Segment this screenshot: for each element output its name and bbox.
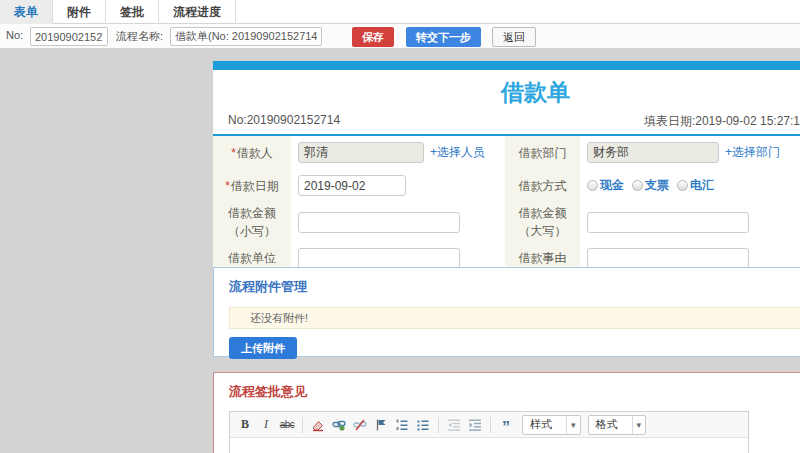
page: { "tabs": [ { "label": "表单", "active": t… bbox=[0, 0, 800, 453]
tab-bar: 表单 附件 签批 流程进度 bbox=[0, 0, 800, 24]
upload-attachment-button[interactable]: 上传附件 bbox=[229, 337, 297, 359]
command-bar: No: 流程名称: 保存 转交下一步 返回 bbox=[0, 24, 800, 49]
outdent-icon bbox=[447, 418, 461, 432]
department-input[interactable] bbox=[587, 142, 719, 163]
amount-small-label: 借款金额（小写） bbox=[213, 202, 291, 242]
loan-method-label: 借款方式 bbox=[505, 169, 580, 202]
outdent-button[interactable] bbox=[445, 416, 463, 434]
form-grid: *借款人 +选择人员 借款部门 +选择部门 *借款日期 借款方式 现金 bbox=[213, 136, 800, 274]
form-no-text: No:20190902152714 bbox=[228, 113, 340, 130]
no-attachment-alert: 还没有附件! bbox=[229, 307, 800, 329]
loan-date-field bbox=[291, 169, 505, 202]
back-button[interactable]: 返回 bbox=[492, 27, 536, 47]
bold-button[interactable]: B bbox=[236, 416, 254, 434]
save-button[interactable]: 保存 bbox=[352, 27, 394, 47]
remove-format-button[interactable] bbox=[309, 416, 327, 434]
indent-button[interactable] bbox=[466, 416, 484, 434]
department-field: +选择部门 bbox=[580, 136, 800, 169]
loan-date-input[interactable] bbox=[298, 175, 406, 196]
approval-title: 流程签批意见 bbox=[229, 383, 800, 401]
choose-person-link[interactable]: +选择人员 bbox=[430, 144, 485, 161]
chevron-down-icon: ▾ bbox=[566, 416, 580, 434]
styles-dropdown[interactable]: 样式 ▾ bbox=[522, 415, 581, 435]
amount-small-input[interactable] bbox=[298, 212, 460, 233]
attachment-title: 流程附件管理 bbox=[229, 278, 800, 296]
amount-small-field bbox=[291, 202, 505, 242]
indent-icon bbox=[468, 418, 482, 432]
flag-icon bbox=[374, 418, 388, 432]
unordered-list-button[interactable] bbox=[414, 416, 432, 434]
panel-top-bar bbox=[213, 61, 800, 70]
loan-date-label: *借款日期 bbox=[213, 169, 291, 202]
blockquote-button[interactable]: ” bbox=[497, 416, 515, 434]
amount-big-input[interactable] bbox=[587, 212, 749, 233]
ordered-list-icon bbox=[395, 418, 409, 432]
borrower-input[interactable] bbox=[298, 142, 424, 163]
form-meta-row: No:20190902152714 填表日期:2019-09-02 15:27:… bbox=[213, 110, 800, 134]
amount-big-field bbox=[580, 202, 800, 242]
loan-unit-input[interactable] bbox=[298, 248, 460, 269]
strikethrough-button[interactable]: abc bbox=[278, 416, 296, 434]
toolbar-separator bbox=[302, 417, 303, 433]
anchor-button[interactable] bbox=[372, 416, 390, 434]
format-dropdown[interactable]: 格式 ▾ bbox=[588, 415, 647, 435]
amount-big-label: 借款金额（大写） bbox=[505, 202, 580, 242]
tab-attachment[interactable]: 附件 bbox=[53, 0, 106, 24]
editor-toolbar: B I abc bbox=[230, 412, 748, 438]
radio-check[interactable]: 支票 bbox=[632, 177, 669, 194]
radio-cash[interactable]: 现金 bbox=[587, 177, 624, 194]
eraser-icon bbox=[311, 418, 325, 432]
radio-unchecked-icon[interactable] bbox=[587, 180, 598, 191]
radio-unchecked-icon[interactable] bbox=[677, 180, 688, 191]
form-title: 借款单 bbox=[213, 70, 800, 110]
radio-wire[interactable]: 电汇 bbox=[677, 177, 714, 194]
process-name-input[interactable] bbox=[170, 27, 322, 46]
ordered-list-button[interactable] bbox=[393, 416, 411, 434]
required-mark: * bbox=[231, 146, 236, 160]
tab-progress[interactable]: 流程进度 bbox=[159, 0, 236, 24]
required-mark: * bbox=[225, 179, 230, 193]
italic-button[interactable]: I bbox=[257, 416, 275, 434]
choose-department-link[interactable]: +选择部门 bbox=[725, 144, 780, 161]
next-step-button[interactable]: 转交下一步 bbox=[406, 27, 481, 47]
unordered-list-icon bbox=[416, 418, 430, 432]
loan-reason-input[interactable] bbox=[587, 248, 749, 269]
toolbar-separator bbox=[438, 417, 439, 433]
no-input[interactable] bbox=[30, 27, 108, 46]
rich-text-editor: B I abc bbox=[229, 411, 749, 453]
department-label: 借款部门 bbox=[505, 136, 580, 169]
tab-approval[interactable]: 签批 bbox=[106, 0, 159, 24]
loan-method-field: 现金 支票 电汇 bbox=[580, 169, 800, 202]
loan-form-panel: 借款单 No:20190902152714 填表日期:2019-09-02 15… bbox=[213, 61, 800, 279]
editor-content-area[interactable] bbox=[230, 438, 748, 453]
borrower-label: *借款人 bbox=[213, 136, 291, 169]
loan-method-radio-group: 现金 支票 电汇 bbox=[587, 177, 714, 194]
toolbar-separator bbox=[490, 417, 491, 433]
unlink-icon bbox=[353, 418, 367, 432]
no-label: No: bbox=[6, 29, 23, 41]
link-icon bbox=[332, 418, 346, 432]
process-name-label: 流程名称: bbox=[116, 29, 163, 44]
unlink-button[interactable] bbox=[351, 416, 369, 434]
form-date-text: 填表日期:2019-09-02 15:27:1 bbox=[644, 113, 800, 130]
tab-form[interactable]: 表单 bbox=[0, 0, 53, 24]
chevron-down-icon: ▾ bbox=[632, 416, 646, 434]
link-button[interactable] bbox=[330, 416, 348, 434]
approval-panel: 流程签批意见 B I abc bbox=[213, 372, 800, 453]
radio-unchecked-icon[interactable] bbox=[632, 180, 643, 191]
borrower-field: +选择人员 bbox=[291, 136, 505, 169]
attachment-panel: 流程附件管理 还没有附件! 上传附件 bbox=[213, 267, 800, 357]
